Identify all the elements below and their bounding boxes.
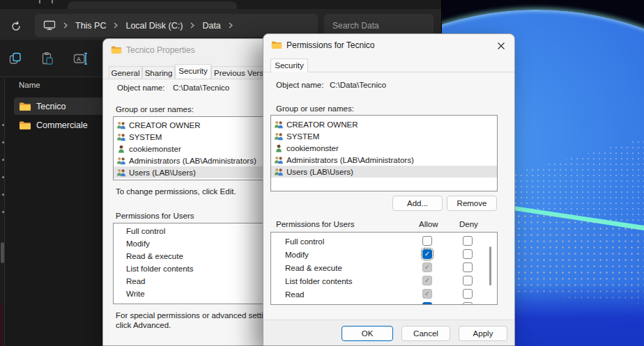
chevron-right-icon [229, 22, 233, 29]
breadcrumb-local-disk[interactable]: Local Disk (C:) [125, 21, 183, 31]
group-row[interactable]: CREATOR OWNER [271, 118, 497, 130]
paste-button[interactable] [40, 51, 55, 66]
dialog-title: Permissions for Tecnico [286, 40, 375, 50]
edit-hint: To change permissions, click Edit. [116, 187, 236, 196]
tab-security[interactable]: Security [270, 58, 308, 72]
copy-icon [8, 52, 22, 65]
allow-checkbox-full-control[interactable] [422, 236, 432, 246]
rename-icon: A [73, 52, 89, 65]
deny-checkbox-modify[interactable] [463, 249, 473, 259]
dual-person-icon [274, 168, 284, 176]
dual-person-icon [116, 168, 126, 177]
tree-bullet [2, 124, 4, 126]
object-name-label: Object name: [117, 84, 164, 92]
rename-button[interactable]: A [73, 51, 89, 66]
group-row[interactable]: cookiemonster [271, 142, 497, 154]
allow-checkbox-read-execute[interactable]: ✓ [422, 262, 432, 272]
breadcrumb-data[interactable]: Data [202, 21, 220, 31]
dual-person-icon [116, 121, 126, 129]
tree-bullet [2, 194, 4, 196]
group-name: cookiemonster [129, 145, 181, 153]
scrollbar-thumb[interactable] [489, 246, 491, 285]
permissions-checklist[interactable]: Full control Modify ✓ Read & execute ✓ L… [270, 232, 498, 305]
apply-button[interactable]: Apply [459, 326, 507, 341]
permission-item[interactable]: Write [126, 290, 145, 298]
paste-icon [40, 52, 54, 65]
group-name: SYSTEM [129, 133, 162, 141]
tree-bullet [2, 211, 4, 213]
scrollbar-thumb[interactable] [1, 242, 4, 263]
person-icon [116, 145, 126, 153]
group-name: Users (LAB\Users) [129, 168, 196, 177]
permission-name: List folder contents [285, 277, 353, 285]
dual-person-icon [116, 157, 126, 165]
permissions-for-tecnico-dialog: Permissions for Tecnico Security Object … [263, 33, 515, 346]
advanced-hint-line1: For special permissions or advanced sett… [116, 311, 278, 320]
search-input[interactable] [332, 21, 440, 31]
remove-button[interactable]: Remove [447, 196, 497, 211]
permission-item[interactable]: Read & execute [126, 252, 183, 260]
group-name: Users (LAB\Users) [286, 168, 353, 176]
tab-security[interactable]: Security [175, 64, 211, 79]
tree-bullet [2, 176, 4, 178]
add-button[interactable]: Add... [392, 196, 443, 211]
copy-button[interactable] [8, 51, 23, 66]
deny-checkbox-write-partial[interactable] [463, 302, 473, 305]
permission-item-partial[interactable]: Special permissions [126, 302, 197, 304]
group-row-selected[interactable]: Users (LAB\Users) [271, 166, 497, 178]
ok-button[interactable]: OK [342, 326, 393, 341]
group-name: cookiemonster [286, 144, 339, 152]
permission-name: Full control [285, 237, 324, 246]
close-button[interactable] [495, 40, 507, 52]
group-name: SYSTEM [286, 132, 319, 141]
group-row[interactable]: SYSTEM [271, 130, 497, 142]
allow-checkbox-list-folder[interactable]: ✓ [422, 276, 432, 285]
allow-checkbox-modify[interactable]: ✓ [422, 249, 432, 259]
tab-sharing[interactable]: Sharing [142, 66, 175, 79]
deny-header: Deny [459, 220, 478, 228]
svg-text:A: A [77, 56, 81, 63]
dialog-title-bar[interactable]: Permissions for Tecnico [263, 34, 514, 56]
object-name-value: C:\Data\Tecnico [173, 84, 229, 92]
deny-checkbox-read-execute[interactable] [463, 262, 473, 272]
tab-icon-fragment [39, 0, 53, 3]
allow-checkbox-write-partial[interactable] [422, 302, 432, 305]
deny-checkbox-list-folder[interactable] [463, 276, 473, 285]
dual-person-icon [116, 133, 126, 141]
permission-name: Read [285, 290, 305, 299]
allow-header: Allow [419, 220, 438, 228]
dialog-footer: OK Cancel Apply [263, 320, 514, 346]
allow-checkbox-read[interactable]: ✓ [422, 289, 432, 299]
tab-general[interactable]: General [109, 66, 142, 79]
refresh-button[interactable] [8, 19, 24, 34]
group-name: CREATOR OWNER [129, 121, 200, 129]
breadcrumb-this-pc[interactable]: This PC [75, 21, 106, 31]
chevron-right-icon [190, 22, 194, 29]
permission-name: Modify [285, 251, 309, 259]
permissions-label: Permissions for Users [116, 212, 194, 220]
permission-name: Read & execute [285, 264, 342, 272]
permission-item[interactable]: List folder contents [126, 265, 194, 273]
deny-checkbox-full-control[interactable] [463, 236, 473, 246]
dual-person-icon [274, 156, 284, 164]
object-name-label: Object name: [276, 81, 323, 89]
file-name: Tecnico [36, 102, 66, 111]
explorer-active-tab[interactable] [68, 1, 237, 9]
groups-listbox[interactable]: CREATOR OWNER SYSTEM cookiemonster Admin… [270, 115, 498, 191]
permission-item[interactable]: Modify [126, 239, 150, 248]
group-row[interactable]: Administrators (LAB\Administrators) [271, 154, 497, 166]
permission-item[interactable]: Read [126, 277, 146, 285]
deny-checkbox-read[interactable] [463, 289, 473, 299]
dual-person-icon [274, 120, 284, 129]
column-header-name[interactable]: Name [19, 81, 40, 89]
permissions-label: Permissions for Users [276, 220, 354, 228]
file-name: Commerciale [36, 120, 88, 130]
edge-accent-strip [0, 305, 3, 346]
permission-item[interactable]: Full control [126, 227, 165, 235]
advanced-hint-line2: click Advanced. [116, 321, 171, 329]
tree-bullet [2, 141, 4, 143]
cancel-button[interactable]: Cancel [401, 326, 450, 341]
navigation-pane-sliver [0, 78, 5, 346]
person-icon [274, 144, 284, 152]
group-name: Administrators (LAB\Administrators) [129, 157, 256, 165]
